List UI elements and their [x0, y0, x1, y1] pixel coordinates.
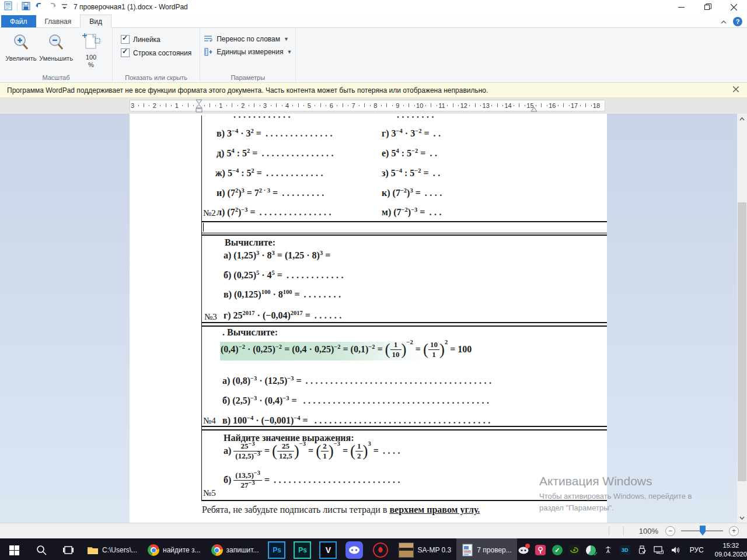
ruler-tick — [298, 103, 299, 107]
taskbar-chrome-1[interactable]: найдите з... — [142, 538, 206, 560]
taskbar-wordpad-active[interactable]: 7 провер... — [456, 538, 516, 560]
ruler-number: 9 — [396, 103, 399, 109]
ruler: 321123456789101112131415161718 — [0, 98, 747, 114]
help-button[interactable]: ? — [733, 17, 742, 26]
taskbar-photoshop-1[interactable]: Ps — [264, 538, 289, 560]
ribbon: Увеличить Уменьшить 100% Масштаб — [0, 28, 747, 83]
math-line: Вычислите: — [225, 236, 275, 249]
zoom-out-button[interactable]: Уменьшить — [39, 30, 74, 73]
math-line: е) 54 : 5−2 = .. — [382, 147, 439, 160]
search-button[interactable] — [28, 538, 55, 560]
task-view-button[interactable] — [55, 538, 82, 560]
ruler-number: 1 — [175, 103, 179, 109]
measure-units-dropdown[interactable]: Единицы измерения▼ — [204, 46, 292, 58]
zoom-100-button[interactable]: 100% — [74, 30, 109, 73]
tab-file[interactable]: Файл — [1, 15, 36, 27]
zoom-slider-handle[interactable] — [700, 526, 706, 536]
customize-qat-dropdown[interactable] — [61, 2, 68, 12]
tray-3d-utility-icon[interactable]: 3D — [619, 544, 631, 556]
tray-usb-icon[interactable] — [636, 544, 648, 556]
ruler-tick — [182, 105, 183, 106]
save-button[interactable] — [22, 2, 30, 13]
minimize-button[interactable] — [668, 0, 694, 14]
ruler-tick — [210, 103, 210, 107]
tab-home[interactable]: Главная — [36, 15, 81, 27]
word-wrap-dropdown[interactable]: Перенос по словам▼ — [204, 33, 292, 46]
restore-button[interactable] — [694, 0, 721, 14]
vertical-scrollbar[interactable] — [737, 114, 747, 523]
start-button[interactable] — [0, 538, 28, 560]
tray-nvidia-icon[interactable] — [568, 544, 581, 556]
tray-disk-health-icon[interactable] — [585, 544, 598, 556]
ruler-number: 3 — [263, 103, 267, 109]
zoom-level-label: 100% — [639, 527, 658, 536]
taskbar-clock[interactable]: 15:32 09.04.2020 — [711, 541, 747, 559]
math-line: д) 54 : 52 = ............... — [217, 147, 336, 160]
window-title: 7 проверочная1 (1).docx - WordPad — [74, 3, 188, 11]
ruler-tick — [585, 103, 586, 107]
status-bar-checkbox[interactable]: Строка состояния — [121, 48, 191, 57]
zoom-slider[interactable] — [681, 530, 723, 531]
ruler-tick — [364, 103, 365, 107]
close-button[interactable] — [721, 0, 747, 14]
tray-antivirus-icon[interactable]: ✓ — [551, 544, 564, 556]
math-line: в) (0,125)100 · 8100 = ........ — [224, 288, 344, 301]
tray-password-manager-icon[interactable] — [534, 544, 547, 556]
wordpad-doc-icon — [462, 544, 473, 556]
ruler-number: 1 — [219, 103, 222, 109]
tray-discord-icon[interactable] — [517, 544, 530, 556]
ruler-checkbox[interactable]: Линейка — [121, 35, 191, 44]
compatibility-warning-bar: Программа WordPad поддерживает не все фу… — [0, 83, 747, 98]
ruler-tick — [558, 105, 558, 106]
tray-volume-icon[interactable] — [669, 544, 682, 556]
ruler-tick — [414, 105, 415, 106]
tab-view[interactable]: Вид — [80, 15, 111, 28]
zoom-out-stepper[interactable]: − — [665, 526, 675, 536]
ruler-tick — [254, 103, 254, 107]
taskbar-photoshop-2[interactable]: Ps — [289, 538, 315, 560]
zoom-in-stepper[interactable]: + — [729, 526, 739, 536]
redo-button[interactable] — [48, 2, 57, 12]
ruler-tick — [536, 105, 536, 106]
math-line: з) 5−4 : 5−2 = .. — [382, 167, 443, 180]
taskbar-chrome-2[interactable]: запишит... — [206, 538, 264, 560]
taskbar-file-explorer[interactable]: C:\Users\... — [82, 538, 142, 560]
ruler-tick — [276, 103, 277, 107]
zoom-in-button[interactable]: Увеличить — [4, 30, 39, 73]
ruler-number: 2 — [241, 103, 245, 109]
ruler-tick — [226, 105, 227, 106]
tray-network-icon[interactable] — [652, 544, 665, 556]
taskbar-game-launcher[interactable] — [368, 538, 393, 560]
ruler-number: 11 — [438, 103, 445, 109]
folder-icon — [87, 545, 99, 555]
collapse-ribbon-chevron-icon[interactable] — [720, 16, 727, 27]
scrollbar-thumb[interactable] — [738, 202, 746, 481]
tray-radio-tower-icon[interactable] — [602, 544, 615, 556]
task-view-icon — [63, 545, 74, 555]
taskbar-samp[interactable]: SA-MP 0.3 — [393, 538, 456, 560]
vegas-icon: V — [319, 541, 337, 559]
math-line: а) (1,25)3 · 83 = (1,25 · 8)3 = — [224, 249, 330, 262]
indent-marker-left[interactable] — [194, 99, 204, 114]
math-line: в) 100−4 · (−0,001)−4 = ................… — [222, 414, 493, 427]
exercise-number-label: №4 — [203, 416, 216, 426]
group-label-show-hide: Показать или скрыть — [113, 74, 200, 81]
undo-button[interactable] — [34, 2, 44, 12]
windows-logo-icon — [9, 545, 19, 555]
warning-close-icon[interactable] — [733, 86, 739, 94]
page-content[interactable]: ....................в) 3−4 · 32 = ......… — [130, 114, 607, 523]
language-indicator[interactable]: РУС — [686, 546, 707, 554]
math-line: г) 252017 · (−0,04)2017 = ...... — [224, 309, 344, 322]
warning-text: Программа WordPad поддерживает не все фу… — [7, 86, 488, 94]
samp-icon — [399, 542, 414, 558]
dropdown-caret-icon: ▼ — [284, 36, 289, 42]
scroll-up-icon[interactable] — [737, 114, 747, 124]
ruler-tick — [238, 105, 238, 106]
scroll-down-icon[interactable] — [737, 513, 747, 523]
ruler-number: 15 — [526, 103, 533, 109]
taskbar-vegas[interactable]: V — [315, 538, 341, 560]
taskbar-discord[interactable] — [341, 538, 368, 560]
ruler-tick — [458, 105, 459, 106]
qat-separator — [17, 3, 18, 11]
system-tray: ✓ 3D РУС 15:32 09 — [517, 538, 747, 560]
